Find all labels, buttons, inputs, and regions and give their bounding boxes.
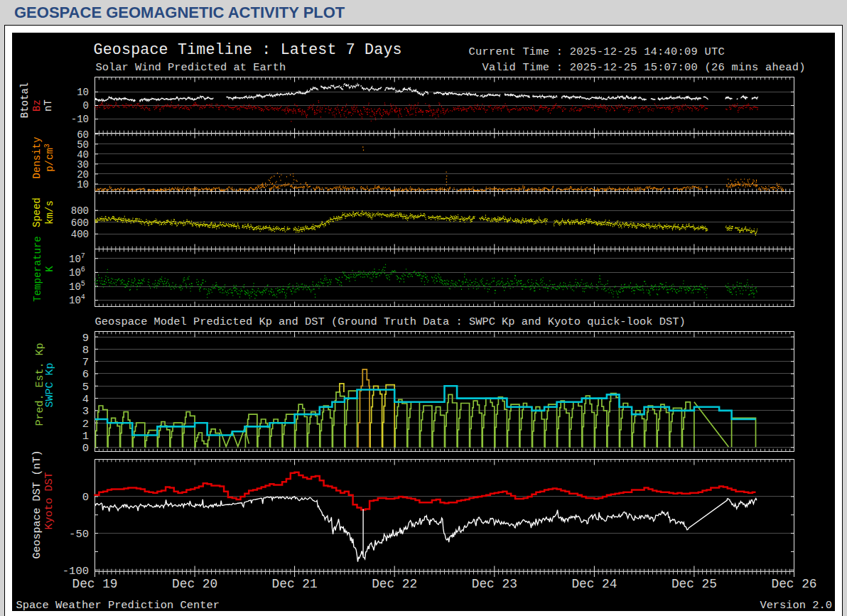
svg-text:Btotal: Btotal: [19, 82, 31, 118]
svg-text:Temperature: Temperature: [32, 236, 43, 301]
svg-text:5: 5: [82, 381, 89, 394]
svg-text:Current Time : 2025-12-25 14:4: Current Time : 2025-12-25 14:40:09 UTC: [469, 45, 725, 58]
svg-text:600: 600: [71, 217, 89, 229]
svg-text:p/cm3: p/cm3: [43, 144, 55, 172]
svg-text:0: 0: [82, 442, 89, 455]
svg-text:2: 2: [82, 418, 89, 431]
svg-text:107: 107: [69, 252, 85, 265]
svg-text:Dec 19: Dec 19: [72, 577, 117, 591]
svg-text:nT: nT: [43, 99, 54, 112]
svg-text:km/s: km/s: [44, 200, 55, 225]
svg-text:0: 0: [82, 491, 89, 504]
svg-text:104: 104: [69, 293, 85, 306]
svg-text:Kyoto DST: Kyoto DST: [43, 472, 55, 529]
svg-text:1: 1: [82, 430, 89, 443]
svg-text:6: 6: [82, 368, 89, 381]
svg-text:Space Weather Prediction Cente: Space Weather Prediction Center: [16, 599, 220, 611]
svg-text:0: 0: [83, 100, 89, 112]
svg-text:SWPC Kp: SWPC Kp: [44, 362, 56, 407]
svg-text:Speed: Speed: [31, 198, 43, 227]
svg-text:Geospace DST (nT): Geospace DST (nT): [31, 450, 43, 558]
svg-text:Density: Density: [31, 137, 43, 179]
svg-text:106: 106: [69, 266, 85, 279]
svg-text:8: 8: [82, 344, 89, 357]
svg-text:Dec 23: Dec 23: [472, 577, 517, 591]
svg-text:-100: -100: [63, 565, 89, 578]
svg-text:Valid Time : 2025-12-25 15:07:: Valid Time : 2025-12-25 15:07:00 (26 min…: [482, 61, 806, 74]
svg-text:Dec 22: Dec 22: [372, 577, 417, 591]
svg-text:Bz: Bz: [31, 99, 43, 112]
svg-text:Geospace Timeline : Latest 7 D: Geospace Timeline : Latest 7 Days: [94, 41, 402, 58]
svg-text:Dec 21: Dec 21: [272, 577, 318, 591]
svg-text:Version 2.0: Version 2.0: [760, 599, 832, 611]
svg-text:-10: -10: [71, 114, 89, 125]
svg-text:Geospace Model Predicted Kp an: Geospace Model Predicted Kp and DST (Gro…: [95, 315, 686, 328]
svg-text:Solar Wind Predicted at Earth: Solar Wind Predicted at Earth: [96, 61, 286, 74]
svg-text:9: 9: [82, 332, 89, 345]
svg-text:10: 10: [77, 87, 89, 98]
svg-text:Dec 25: Dec 25: [671, 577, 717, 591]
svg-text:3: 3: [82, 405, 89, 418]
svg-text:4: 4: [82, 393, 89, 406]
svg-text:Dec 24: Dec 24: [571, 577, 617, 591]
svg-text:800: 800: [71, 205, 89, 217]
svg-text:7: 7: [82, 356, 89, 369]
svg-text:Dec 20: Dec 20: [172, 577, 217, 591]
svg-text:400: 400: [71, 229, 89, 240]
svg-text:Dec 26: Dec 26: [771, 577, 816, 591]
svg-text:105: 105: [69, 280, 85, 293]
svg-text:-50: -50: [69, 528, 89, 541]
svg-text:K: K: [44, 266, 55, 272]
svg-text:10: 10: [77, 179, 89, 190]
